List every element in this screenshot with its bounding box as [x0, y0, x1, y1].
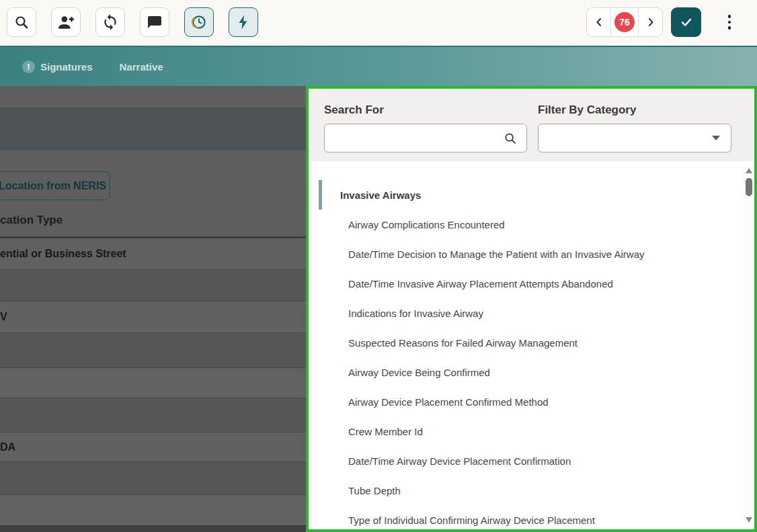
field-picker-panel: Search For Filter By Category Invasive A…: [306, 86, 757, 532]
field-list-container: Invasive Airways Airway Complications En…: [309, 161, 754, 529]
list-item[interactable]: Date/Time Decision to Manage the Patient…: [309, 239, 741, 269]
lightning-button[interactable]: [229, 7, 258, 37]
sync-icon: [102, 13, 119, 31]
app-window: 76 ! Signatures Narrative: [0, 0, 757, 532]
add-person-button[interactable]: [51, 7, 81, 37]
list-item[interactable]: Crew Member Id: [309, 416, 741, 446]
add-person-icon: [57, 13, 75, 31]
list-item[interactable]: Suspected Reasons for Failed Airway Mana…: [309, 328, 741, 357]
field-picker-header: Search For Filter By Category: [309, 89, 754, 161]
list-item[interactable]: Indications for Invasive Airway: [309, 298, 741, 328]
category-group-header: Invasive Airways: [309, 180, 741, 210]
kebab-dot: [728, 15, 731, 18]
list-item[interactable]: Airway Device Placement Confirmed Method: [309, 387, 741, 416]
search-icon: [503, 131, 518, 146]
validation-prev-button[interactable]: [587, 8, 610, 36]
chevron-left-icon: [594, 17, 604, 28]
tab-narrative[interactable]: Narrative: [120, 61, 163, 73]
validate-check-button[interactable]: [671, 7, 701, 37]
list-item[interactable]: Tube Depth: [309, 476, 741, 505]
list-item[interactable]: Type of Individual Confirming Airway Dev…: [309, 505, 741, 529]
check-icon: [679, 15, 694, 30]
sync-button[interactable]: [95, 7, 125, 37]
category-dropdown[interactable]: [538, 124, 731, 152]
list-item[interactable]: Date/Time Airway Device Placement Confir…: [309, 446, 741, 476]
validation-next-button[interactable]: [639, 8, 662, 36]
more-options-button[interactable]: [717, 7, 742, 37]
list-item[interactable]: Date/Time Invasive Airway Placement Atte…: [309, 269, 741, 298]
validation-pager: 76: [586, 7, 663, 37]
scrollbar-thumb[interactable]: [746, 178, 752, 196]
chat-icon: [147, 14, 163, 30]
tab-signatures[interactable]: ! Signatures: [22, 60, 93, 73]
list-item[interactable]: Airway Complications Encountered: [309, 210, 741, 239]
clock-icon: [190, 13, 208, 31]
scroll-down-arrow-icon[interactable]: [746, 517, 752, 523]
list-item[interactable]: Airway Device Being Confirmed: [309, 357, 741, 387]
search-for-label: Search For: [324, 103, 384, 117]
section-navbar: ! Signatures Narrative: [0, 46, 757, 86]
scroll-up-arrow-icon[interactable]: [746, 168, 752, 173]
search-button[interactable]: [7, 7, 36, 37]
category-field-list: Invasive Airways Airway Complications En…: [309, 180, 741, 529]
search-box: [324, 124, 527, 152]
kebab-dot: [728, 21, 731, 24]
chevron-right-icon: [645, 17, 656, 28]
search-input[interactable]: [325, 124, 503, 152]
chat-button[interactable]: [140, 7, 169, 37]
kebab-dot: [728, 26, 731, 30]
alert-icon: !: [22, 60, 35, 73]
category-accent-bar: [319, 180, 322, 210]
category-group-header-label: Invasive Airways: [340, 189, 421, 201]
tab-narrative-label: Narrative: [120, 61, 163, 73]
validation-count: 76: [610, 8, 639, 36]
list-scrollbar[interactable]: [744, 165, 754, 525]
lightning-icon: [235, 14, 251, 30]
chevron-down-icon: [712, 136, 720, 140]
tab-signatures-label: Signatures: [40, 61, 93, 73]
validation-badge: 76: [614, 12, 635, 32]
filter-by-category-label: Filter By Category: [538, 103, 636, 117]
clock-button[interactable]: [184, 7, 214, 37]
top-toolbar: 76: [0, 0, 757, 46]
search-icon: [13, 14, 30, 30]
location-from-neris-button[interactable]: Location from NERIS: [0, 171, 110, 200]
